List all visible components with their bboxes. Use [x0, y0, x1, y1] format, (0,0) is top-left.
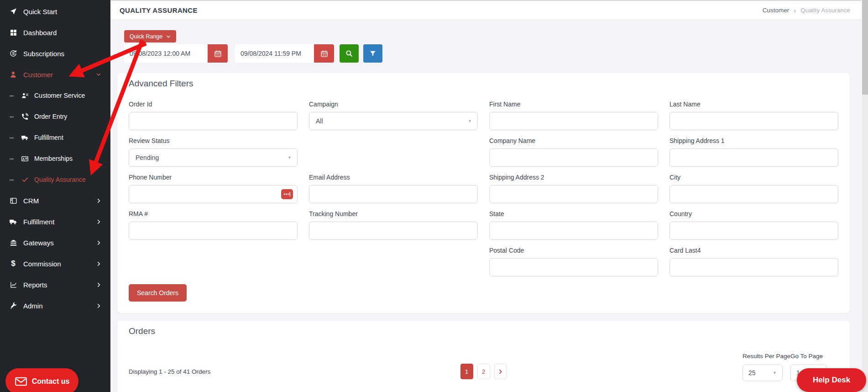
results-per-page-select[interactable]: 25 ▼	[743, 365, 783, 381]
order-id-input[interactable]	[129, 112, 298, 130]
phone-number-input-wrap	[129, 185, 298, 203]
date-to-input[interactable]	[235, 44, 314, 63]
postal-code-input[interactable]	[489, 258, 658, 276]
filter-row-3: Phone Number Email Address Shipping Addr…	[129, 174, 838, 203]
date-to-calendar-button[interactable]	[314, 44, 334, 63]
sidebar-item-quick-start[interactable]: Quick Start	[0, 1, 110, 22]
sidebar-item-order-entry[interactable]: Order Entry	[0, 106, 110, 127]
check-icon	[21, 176, 29, 184]
scrollbar-thumb[interactable]	[862, 0, 868, 95]
id-card-icon	[21, 155, 29, 163]
date-from-calendar-button[interactable]	[208, 44, 228, 63]
sidebar-item-customer[interactable]: Customer	[0, 64, 110, 85]
field-shipping-address-1: Shipping Address 1	[669, 137, 838, 167]
chevron-right-icon	[96, 240, 101, 245]
help-desk-button[interactable]: Help Desk	[797, 368, 866, 392]
campaign-selected-value: All	[316, 117, 323, 125]
company-name-label: Company Name	[489, 137, 658, 144]
sidebar-item-label: Customer	[23, 71, 53, 79]
caret-down-icon: ▼	[468, 119, 472, 123]
tracking-number-input[interactable]	[309, 222, 478, 240]
calendar-icon	[320, 50, 328, 58]
email-address-input[interactable]	[309, 185, 478, 203]
review-status-select[interactable]: Pending ▼	[129, 148, 298, 167]
date-from-input[interactable]	[124, 44, 208, 63]
breadcrumb-separator-icon: ›	[794, 6, 796, 14]
sidebar-item-customer-service[interactable]: Customer Service	[0, 85, 110, 106]
field-email-address: Email Address	[309, 174, 478, 203]
last-name-label: Last Name	[669, 101, 838, 108]
dashboard-grid-icon	[9, 28, 17, 37]
city-input[interactable]	[669, 185, 838, 203]
svg-text:S: S	[12, 52, 15, 56]
shipping-address-1-input[interactable]	[669, 148, 838, 167]
card-last4-input[interactable]	[669, 258, 838, 276]
field-phone-number: Phone Number	[129, 174, 298, 203]
next-page-button[interactable]	[494, 364, 507, 379]
first-name-input[interactable]	[489, 112, 658, 130]
sidebar-item-label: Fulfillment	[34, 134, 63, 141]
orders-panel: Orders Displaying 1 - 25 of 41 Orders 1 …	[117, 321, 850, 392]
campaign-select[interactable]: All ▼	[309, 112, 478, 130]
sidebar-item-fulfillment[interactable]: Fulfillment	[0, 127, 110, 148]
contact-us-button[interactable]: Contact us	[5, 368, 78, 392]
last-name-input[interactable]	[669, 112, 838, 130]
field-shipping-address-2: Shipping Address 2	[489, 174, 658, 203]
sidebar-item-fulfillment-group[interactable]: Fulfillment	[0, 211, 110, 232]
email-address-label: Email Address	[309, 174, 478, 181]
phone-format-icon[interactable]	[281, 189, 293, 199]
pagination: 1 2	[460, 364, 507, 379]
go-to-page-label: Go To Page	[790, 353, 823, 360]
search-dates-button[interactable]	[340, 44, 359, 63]
sidebar-item-subscriptions[interactable]: S Subscriptions	[0, 43, 110, 64]
field-postal-code: Postal Code	[489, 247, 658, 276]
sidebar-item-gateways[interactable]: Gateways	[0, 232, 110, 253]
campaign-label: Campaign	[309, 101, 478, 108]
page-1-button[interactable]: 1	[460, 364, 473, 379]
order-id-label: Order Id	[129, 101, 298, 108]
sidebar-item-quality-assurance[interactable]: Quality Assurance	[0, 169, 110, 190]
filter-row-5: Postal Code Card Last4	[129, 247, 838, 276]
sidebar-item-crm[interactable]: CRM	[0, 190, 110, 211]
state-input[interactable]	[489, 222, 658, 240]
breadcrumb: Customer › Quality Assurance	[763, 6, 850, 14]
sidebar-item-label: Quality Assurance	[34, 176, 86, 183]
rma-input[interactable]	[129, 222, 298, 240]
phone-icon	[21, 113, 29, 121]
quick-range-button[interactable]: Quick Range	[124, 30, 176, 42]
sidebar-item-commission[interactable]: $ Commission	[0, 253, 110, 274]
page-2-button[interactable]: 2	[477, 364, 490, 379]
grid-spacer	[309, 137, 478, 167]
shipping-address-2-input[interactable]	[489, 185, 658, 203]
field-first-name: First Name	[489, 101, 658, 130]
sidebar-item-reports[interactable]: Reports	[0, 274, 110, 295]
search-orders-button[interactable]: Search Orders	[129, 284, 187, 302]
chevron-right-icon	[96, 282, 101, 287]
breadcrumb-current: Quality Assurance	[800, 7, 850, 14]
card-last4-label: Card Last4	[669, 247, 838, 254]
field-order-id: Order Id	[129, 101, 298, 130]
field-card-last4: Card Last4	[669, 247, 838, 276]
filter-toggle-button[interactable]	[363, 44, 382, 63]
sidebar-item-dashboard[interactable]: Dashboard	[0, 22, 110, 43]
grid-spacer	[309, 247, 478, 276]
chart-line-icon	[9, 281, 17, 289]
person-icon	[9, 70, 17, 79]
first-name-label: First Name	[489, 101, 658, 108]
chevron-right-icon	[497, 369, 503, 375]
vertical-scrollbar[interactable]	[862, 0, 868, 392]
contact-us-label: Contact us	[32, 377, 70, 386]
sidebar-item-admin[interactable]: Admin	[0, 295, 110, 316]
sidebar-item-memberships[interactable]: Memberships	[0, 148, 110, 169]
phone-number-input[interactable]	[129, 185, 298, 203]
search-icon	[345, 49, 353, 58]
country-label: Country	[669, 210, 838, 217]
company-name-input[interactable]	[489, 148, 658, 167]
country-input[interactable]	[669, 222, 838, 240]
crm-panel-icon	[9, 196, 17, 205]
sidebar: Quick Start Dashboard S Subscriptions Cu…	[0, 0, 110, 392]
rocket-icon	[9, 7, 17, 16]
breadcrumb-parent[interactable]: Customer	[763, 7, 790, 14]
shipping-address-2-label: Shipping Address 2	[489, 174, 658, 181]
filter-row-4: RMA # Tracking Number State Country	[129, 210, 838, 240]
